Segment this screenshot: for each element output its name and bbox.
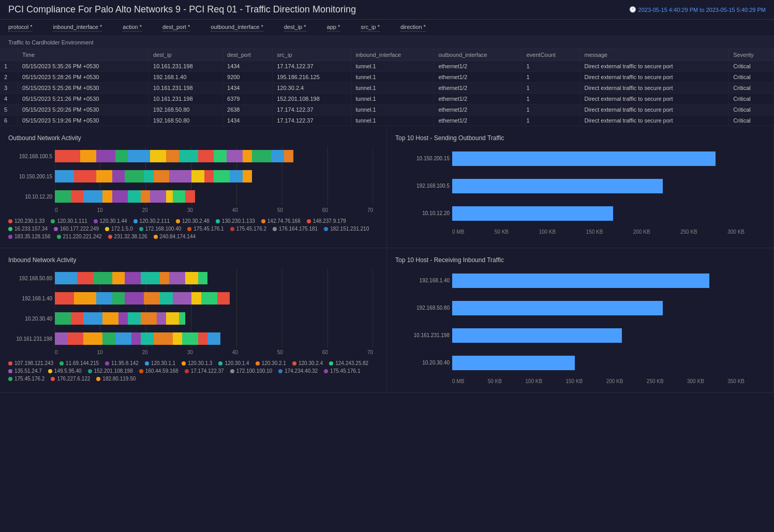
col-message[interactable]: message [580, 49, 729, 61]
filter-app[interactable]: app * [327, 24, 340, 32]
col-time[interactable]: Time [18, 49, 149, 61]
legend-dot [8, 377, 12, 381]
legend-item: 120.230.1.33 [8, 218, 44, 224]
col-src-ip[interactable]: src_ip [273, 49, 351, 61]
cell-inbound-interface: tunnel.1 [351, 72, 434, 83]
legend-item: 160.177.222.249 [54, 226, 99, 232]
legend-dot [329, 361, 333, 366]
filter-inbound-interface[interactable]: inbound_interface * [53, 24, 102, 32]
filters-bar: protocol * inbound_interface * action * … [0, 20, 774, 36]
row-num: 5 [0, 104, 18, 115]
legend-label: 182.80.119.50 [102, 376, 136, 382]
row-num: 2 [0, 72, 18, 83]
cell-severity: Critical [729, 115, 774, 126]
legend-dot [292, 361, 296, 366]
filter-outbound-interface[interactable]: outbound_interface * [211, 24, 263, 32]
cell-inbound-interface: tunnel.1 [351, 104, 434, 115]
charts-container: Outbound Network Activity 192.168.10 [0, 126, 774, 393]
table-row: 5 05/15/2023 5:20:26 PM +0530 192.168.50… [0, 104, 774, 115]
legend-item: 124.243.25.82 [329, 360, 368, 366]
cell-event-count: 1 [522, 61, 580, 72]
legend-item: 149.5.95.40 [48, 368, 82, 374]
filter-direction[interactable]: direction * [400, 24, 426, 32]
cell-dest-port: 1434 [223, 83, 273, 94]
filter-dest-port[interactable]: dest_port * [162, 24, 190, 32]
cell-src-ip: 17.174.122.37 [273, 61, 351, 72]
legend-dot [59, 361, 64, 366]
legend-label: 148.237.9.179 [313, 218, 346, 224]
top10-inbound-title: Top 10 Host - Receiving Inbound Traffic [395, 256, 765, 264]
legend-label: 175.45.176.1 [193, 226, 224, 232]
legend-label: 120.230.1.33 [14, 218, 44, 224]
legend-dot [261, 219, 265, 223]
row-num: 4 [0, 94, 18, 104]
legend-label: 175.45.176.1 [330, 368, 360, 374]
legend-item: 135.51.24.7 [8, 368, 42, 374]
top10-inbound-chart: 192.168.1.40 192.168.50.80 10.161.231.19… [395, 269, 765, 384]
legend-dot [230, 369, 234, 373]
col-dest-port[interactable]: dest_port [223, 49, 273, 61]
col-event-count[interactable]: eventCount [522, 49, 580, 61]
legend-item: 231.32.38.126 [108, 234, 147, 239]
legend-item: 182.80.119.50 [96, 376, 136, 382]
inbound-bar-area: 192.168.50.80 [55, 269, 373, 347]
legend-label: 124.243.25.82 [335, 360, 368, 366]
legend-dot [105, 361, 109, 366]
legend-dot [182, 361, 186, 366]
cell-severity: Critical [729, 61, 774, 72]
legend-dot [133, 219, 138, 223]
legend-label: 130.230.1.133 [222, 218, 255, 224]
legend-dot [176, 219, 180, 223]
legend-label: 172.1.5.0 [111, 226, 133, 232]
legend-dot [145, 361, 149, 366]
legend-item: 175.45.176.1 [324, 368, 360, 374]
cell-event-count: 1 [522, 72, 580, 83]
cell-event-count: 1 [522, 83, 580, 94]
cell-time: 05/15/2023 5:20:26 PM +0530 [18, 104, 149, 115]
outbound-row-3: 10.10.12.20 [55, 187, 373, 205]
col-num [0, 49, 18, 61]
outbound-network-panel: Outbound Network Activity 192.168.10 [0, 126, 387, 248]
legend-dot [51, 219, 55, 223]
top10-inbound-x-axis: 0 MB50 KB100 KB150 KB200 KB250 KB300 KB3… [452, 378, 745, 384]
cell-severity: Critical [729, 72, 774, 83]
col-inbound-interface[interactable]: inbound_interface [351, 49, 434, 61]
outbound-row-2: 10.150.200.15 [55, 167, 373, 185]
col-severity[interactable]: Severity [729, 49, 774, 61]
col-dest-ip[interactable]: dest_ip [149, 49, 223, 61]
legend-item: 17.174.122.37 [185, 368, 224, 374]
cell-inbound-interface: tunnel.1 [351, 115, 434, 126]
legend-dot [324, 227, 328, 231]
cell-dest-ip: 10.161.231.198 [149, 94, 223, 104]
legend-item: 11.69.144.215 [59, 360, 99, 366]
col-outbound-interface[interactable]: outbound_interface [434, 49, 522, 61]
legend-item: 120.30.1.4 [218, 360, 249, 366]
legend-item: 148.237.9.179 [307, 218, 346, 224]
legend-label: 152.201.108.198 [94, 368, 133, 374]
legend-item: 176.227.6.122 [51, 376, 90, 382]
cell-event-count: 1 [522, 115, 580, 126]
filter-dest-ip[interactable]: dest_ip * [284, 24, 306, 32]
cell-message: Direct external traffic to secure port [580, 104, 729, 115]
filter-protocol[interactable]: protocol * [8, 24, 32, 32]
data-table-container: Time dest_ip dest_port src_ip inbound_in… [0, 49, 774, 126]
top10-out-row-1: 10.150.200.15 [452, 147, 745, 170]
legend-label: 176.164.175.181 [279, 226, 318, 232]
cell-time: 05/15/2023 5:21:26 PM +0530 [18, 94, 149, 104]
cell-severity: Critical [729, 83, 774, 94]
cell-inbound-interface: tunnel.1 [351, 94, 434, 104]
cell-time: 05/15/2023 5:28:26 PM +0530 [18, 72, 149, 83]
filter-src-ip[interactable]: src_ip * [361, 24, 380, 32]
filter-action[interactable]: action * [123, 24, 142, 32]
cell-message: Direct external traffic to secure port [580, 61, 729, 72]
legend-item: 175.45.176.1 [187, 226, 224, 232]
cell-time: 05/15/2023 5:19:26 PM +0530 [18, 115, 149, 126]
table-row: 1 05/15/2023 5:35:26 PM +0530 10.161.231… [0, 61, 774, 72]
cell-dest-ip: 10.161.231.198 [149, 61, 223, 72]
cell-message: Direct external traffic to secure port [580, 94, 729, 104]
legend-dot [8, 361, 12, 366]
legend-item: 172.100.100.10 [230, 368, 273, 374]
outbound-chart-title: Outbound Network Activity [8, 134, 378, 142]
legend-item: 174.234.40.32 [278, 368, 318, 374]
cell-outbound-interface: ethernet1/2 [434, 94, 522, 104]
